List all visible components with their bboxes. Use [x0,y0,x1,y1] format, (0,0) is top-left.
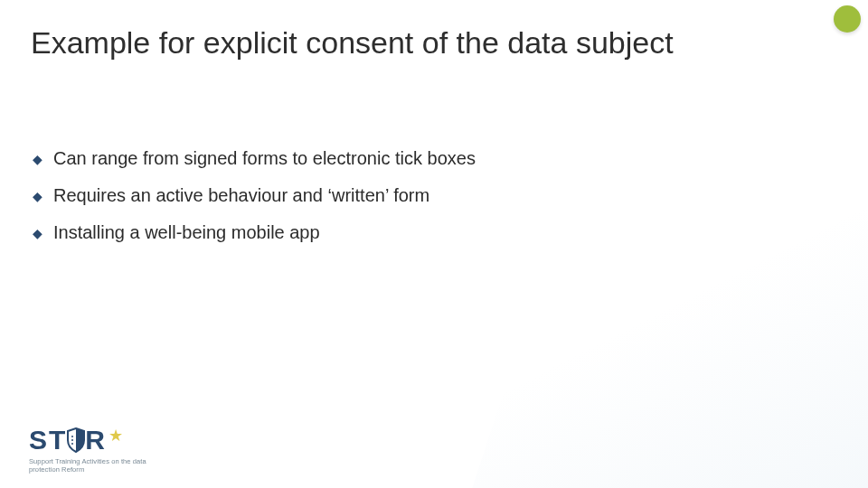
bullet-marker-icon: ◆ [33,153,42,165]
star-icon: ★ [108,426,123,446]
star-logo: ST R ★ Support Training Activities on th… [29,425,170,474]
corner-badge-circle [834,5,861,33]
bullet-marker-icon: ◆ [33,190,42,202]
bullet-text: Can range from signed forms to electroni… [53,148,476,169]
slide-title: Example for explicit consent of the data… [31,25,718,61]
logo-tagline: Support Training Activities on the data … [29,457,170,474]
svg-point-0 [71,436,73,437]
slide: Example for explicit consent of the data… [0,0,868,488]
list-item: ◆ Can range from signed forms to electro… [33,148,774,169]
svg-point-2 [71,443,73,445]
logo-row: ST R ★ [29,425,170,455]
shield-icon [66,427,86,453]
bullet-text: Requires an active behaviour and ‘writte… [53,185,429,206]
logo-text-right: R [85,425,107,455]
list-item: ◆ Installing a well-being mobile app [33,222,774,243]
logo-text-left: ST [29,425,67,455]
bullet-list: ◆ Can range from signed forms to electro… [33,148,774,259]
bullet-marker-icon: ◆ [33,227,42,239]
svg-point-1 [71,439,73,441]
bullet-text: Installing a well-being mobile app [53,222,320,243]
list-item: ◆ Requires an active behaviour and ‘writ… [33,185,774,206]
